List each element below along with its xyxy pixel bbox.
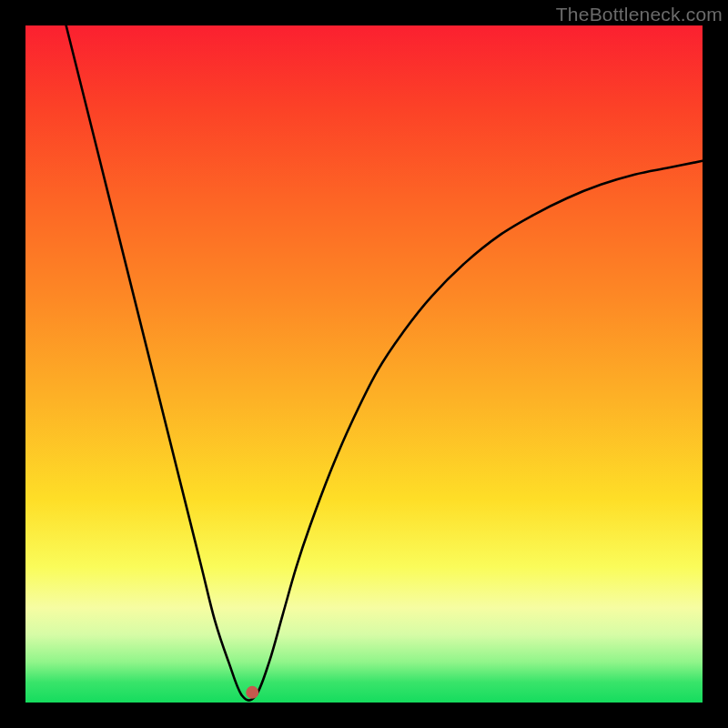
plot-area: [25, 25, 703, 703]
bottleneck-curve: [66, 25, 703, 701]
curve-layer: [66, 25, 703, 701]
chart-svg: [25, 25, 703, 703]
watermark-text: TheBottleneck.com: [556, 4, 723, 25]
chart-frame: TheBottleneck.com: [0, 0, 728, 728]
minimum-marker: [246, 686, 258, 699]
